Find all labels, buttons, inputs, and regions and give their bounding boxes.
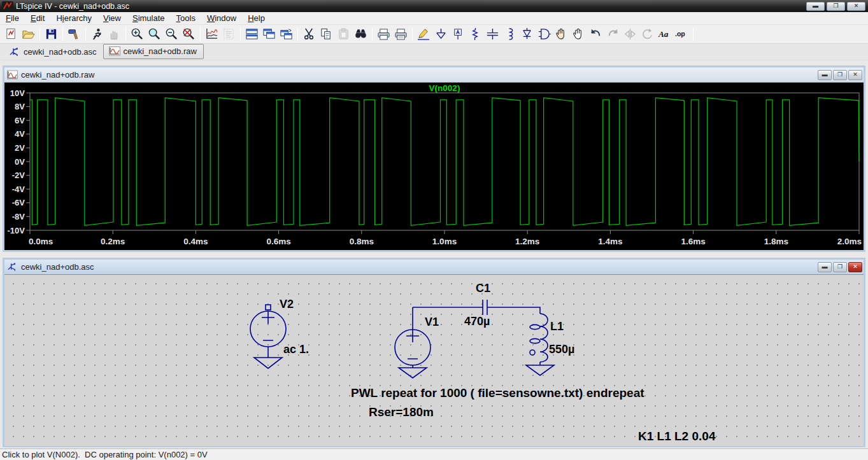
l1-value-label[interactable]: 550µ [549, 343, 574, 356]
zoom-in-button[interactable] [129, 26, 146, 43]
menu-help[interactable]: Help [242, 12, 271, 24]
svg-text:2V: 2V [15, 143, 25, 153]
zoom-extents-icon [147, 27, 162, 41]
v2-name-label[interactable]: V2 [280, 298, 294, 311]
move-icon [554, 27, 569, 41]
l1-name-label[interactable]: L1 [550, 320, 564, 333]
zoom-in-icon [130, 27, 145, 41]
cut-button[interactable] [301, 26, 318, 43]
label-net-icon [451, 27, 466, 41]
menu-file[interactable]: File [0, 12, 25, 24]
zoom-out-button[interactable] [163, 26, 180, 43]
waveform-chart: 10V8V6V4V2V0V-2V-4V-6V-8V-10V0.0ms0.2ms0… [4, 83, 864, 250]
schematic-restore-button[interactable]: ❐ [833, 262, 847, 272]
waveform-title-bar[interactable]: cewki_nad+odb.raw ▬ ❐ ✕ [4, 67, 864, 83]
tab-cewki_nad+odb.asc[interactable]: cewki_nad+odb.asc [4, 45, 103, 59]
minimize-button[interactable]: ▬ [806, 2, 825, 11]
schematic-tab-icon [9, 47, 20, 57]
rser-text[interactable]: Rser=180m [369, 405, 434, 419]
run-button[interactable] [89, 26, 106, 43]
redo-button [604, 26, 622, 43]
svg-text:6V: 6V [15, 116, 25, 125]
ltspice-logo-icon [2, 1, 13, 11]
svg-text:2.0ms: 2.0ms [837, 237, 862, 246]
open-icon [21, 27, 36, 41]
menu-edit[interactable]: Edit [25, 12, 50, 24]
menu-window[interactable]: Window [201, 12, 242, 24]
svg-text:0.8ms: 0.8ms [350, 237, 374, 246]
new-schematic-button[interactable] [3, 26, 20, 43]
tile-windows-icon [279, 27, 294, 41]
waveform-minimize-button[interactable]: ▬ [818, 70, 832, 80]
zoom-out-icon [164, 27, 179, 41]
tile-horizontal-icon [245, 27, 259, 41]
open-button[interactable] [20, 26, 37, 43]
v2-terminal [266, 305, 271, 310]
toolbar-separator [693, 27, 694, 41]
menu-view[interactable]: View [97, 12, 127, 24]
v1-name-label[interactable]: V1 [425, 316, 439, 329]
diode-button[interactable] [518, 26, 536, 43]
paste-icon [336, 27, 351, 41]
waveform-close-button[interactable]: ✕ [848, 70, 862, 80]
capacitor-button[interactable] [484, 26, 501, 43]
v2-value-label[interactable]: ac 1. [283, 343, 309, 356]
pwl-directive-text[interactable]: PWL repeat for 1000 ( file=sensowne.txt)… [351, 386, 644, 400]
schematic-close-button[interactable]: ✕ [848, 262, 862, 272]
tile-horizontal-button[interactable] [243, 26, 260, 43]
wire-button[interactable] [415, 26, 432, 43]
paste-button [335, 26, 352, 43]
cascade-windows-button[interactable] [260, 26, 278, 43]
tile-windows-button[interactable] [278, 26, 295, 43]
tab-cewki_nad+odb.raw[interactable]: cewki_nad+odb.raw [103, 44, 204, 59]
copy-button[interactable] [318, 26, 335, 43]
waveform-plot[interactable]: 10V8V6V4V2V0V-2V-4V-6V-8V-10V0.0ms0.2ms0… [4, 83, 864, 250]
control-panel-button[interactable] [66, 26, 83, 43]
schematic-minimize-button[interactable]: ▬ [818, 262, 832, 272]
undo-button[interactable] [587, 26, 604, 43]
print-button[interactable] [392, 26, 409, 43]
drag-button[interactable] [570, 26, 587, 43]
status-text: Click to plot V(N002). DC operating poin… [2, 450, 208, 459]
menu-simulate[interactable]: Simulate [127, 12, 171, 24]
spice-directive-button[interactable]: .op [673, 26, 690, 43]
toolbar-separator [240, 27, 241, 41]
svg-text:8V: 8V [15, 102, 25, 111]
menu-hierarchy[interactable]: Hierarchy [50, 12, 97, 24]
inductor-button[interactable] [501, 26, 518, 43]
component-button[interactable] [536, 26, 553, 43]
print-preview-button[interactable] [375, 26, 392, 43]
zoom-back-icon [181, 27, 196, 41]
zoom-extents-button[interactable] [146, 26, 163, 43]
schematic-title-bar[interactable]: cewki_nad+odb.asc ▬ ❐ ✕ [4, 260, 864, 275]
tab-bar: cewki_nad+odb.asccewki_nad+odb.raw [0, 44, 868, 60]
v2-ground-symbol [254, 358, 282, 368]
svg-text:1.6ms: 1.6ms [681, 237, 705, 246]
c1-value-label[interactable]: 470µ [464, 315, 490, 328]
toolbar-separator [200, 27, 201, 41]
close-button[interactable]: ✕ [847, 2, 865, 11]
text-button[interactable]: Aa [656, 26, 673, 43]
k1-coupling-text[interactable]: K1 L1 L2 0.04 [638, 429, 715, 443]
schematic-window-title: cewki_nad+odb.asc [21, 262, 94, 272]
schematic-file-icon [7, 262, 18, 272]
zoom-back-button[interactable] [180, 26, 197, 43]
plot-settings-button[interactable] [203, 26, 220, 43]
waveform-restore-button[interactable]: ❐ [833, 70, 847, 80]
c1-name-label[interactable]: C1 [476, 282, 490, 295]
svg-text:-2V: -2V [12, 171, 25, 180]
move-button[interactable] [553, 26, 570, 43]
find-button[interactable] [352, 26, 369, 43]
svg-text:1.0ms: 1.0ms [432, 237, 457, 246]
save-button[interactable] [43, 26, 60, 43]
copy-icon [319, 27, 334, 41]
menu-tools[interactable]: Tools [171, 12, 201, 24]
schematic-canvas[interactable]: V2 ac 1. V1 C1 470µ L1 550µ PWL repeat f… [4, 275, 864, 446]
undo-icon [588, 27, 603, 41]
resistor-button[interactable] [467, 26, 484, 43]
toolbar-separator [39, 27, 40, 41]
ground-button[interactable] [432, 26, 450, 43]
label-net-button[interactable] [450, 26, 467, 43]
maximize-button[interactable]: ❐ [827, 2, 845, 11]
main-title-bar[interactable]: LTspice IV - cewki_nad+odb.asc ▬ ❐ ✕ [0, 0, 868, 12]
